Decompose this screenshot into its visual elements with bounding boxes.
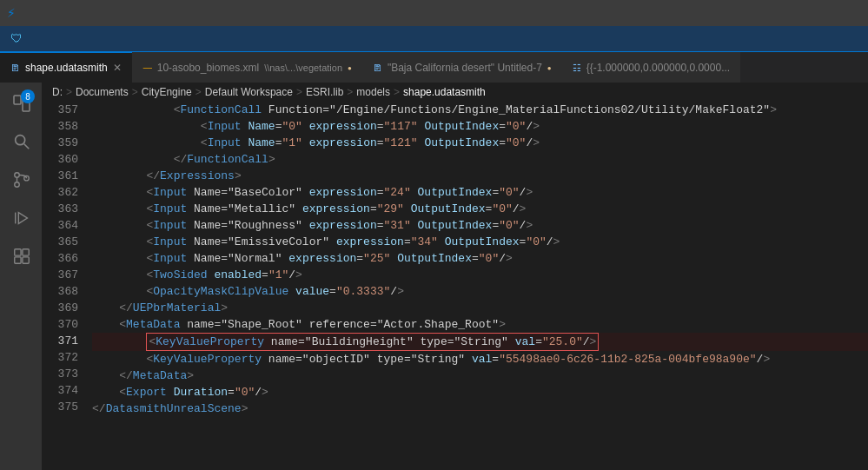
- tab-modified-dot: ●: [348, 64, 352, 72]
- menu-help[interactable]: [134, 10, 148, 17]
- breadcrumb-part: Documents: [76, 86, 129, 98]
- code-line: <Input Name="BaseColor" expression="24" …: [92, 184, 868, 201]
- menu-file[interactable]: [24, 10, 38, 17]
- tab-file-icon: 🖹: [373, 63, 382, 73]
- code-line: <TwoSided enabled="1"/>: [92, 267, 868, 283]
- shield-icon: 🛡: [10, 32, 23, 46]
- main-layout: 8: [0, 83, 868, 470]
- breadcrumb: D: > Documents > CityEngine > Default Wo…: [42, 83, 868, 102]
- code-line: <KeyValueProperty name="BuildingHeight" …: [92, 333, 868, 351]
- svg-rect-0: [14, 96, 21, 104]
- tab-xml-icon: ⸻: [142, 63, 152, 73]
- source-control-icon[interactable]: [3, 162, 38, 197]
- svg-marker-7: [18, 213, 27, 224]
- tab-label: shape.udatasmith: [25, 62, 108, 74]
- menu-run[interactable]: [103, 10, 116, 17]
- tab-biomes-xml[interactable]: ⸻ 10-asobo_biomes.xml \\nas\...\vegetati…: [132, 52, 362, 83]
- tab-label: {{-1.000000,0.000000,0.0000...: [586, 62, 731, 74]
- svg-point-2: [16, 136, 25, 145]
- svg-rect-10: [23, 249, 29, 255]
- code-content[interactable]: <FunctionCall Function="/Engine/Function…: [85, 102, 868, 470]
- code-line: <Input Name="Normal" expression="25" Out…: [92, 250, 868, 267]
- code-line: <FunctionCall Function="/Engine/Function…: [92, 102, 868, 118]
- code-editor[interactable]: 3573583593603613623633643653663673683693…: [42, 102, 868, 470]
- code-line: <Input Name="Metallic" expression="29" O…: [92, 201, 868, 217]
- code-line: </DatasmithUnrealScene>: [92, 400, 868, 417]
- code-line: <OpacityMaskClipValue value="0.3333"/>: [92, 283, 868, 300]
- menu-view[interactable]: [71, 10, 85, 17]
- menu-go[interactable]: [87, 10, 101, 17]
- code-line: </UEPbrMaterial>: [92, 300, 868, 316]
- svg-line-3: [24, 144, 30, 149]
- extensions-icon[interactable]: [3, 239, 38, 274]
- menu-edit[interactable]: [40, 10, 54, 17]
- activity-bar: 8: [0, 83, 42, 470]
- title-bar: ⚡: [0, 0, 868, 26]
- explorer-badge: 8: [21, 89, 35, 103]
- line-numbers: 3573583593603613623633643653663673683693…: [42, 102, 85, 470]
- code-line: <Input Name="Roughness" expression="31" …: [92, 217, 868, 234]
- tab-bar: 🖹 shape.udatasmith ✕ ⸻ 10-asobo_biomes.x…: [0, 52, 868, 83]
- breadcrumb-part: Default Workspace: [205, 86, 293, 98]
- code-line: <MetaData name="Shape_Root" reference="A…: [92, 316, 868, 333]
- tab-file-icon: 🖹: [10, 63, 20, 73]
- highlighted-line: <KeyValueProperty name="BuildingHeight" …: [146, 333, 599, 351]
- tab-label: "Baja California desert" Untitled-7: [388, 62, 542, 74]
- code-line: <Input Name="1" expression="121" OutputI…: [92, 135, 868, 151]
- tab-file-icon: ☷: [573, 63, 581, 74]
- breadcrumb-part: D:: [52, 86, 63, 98]
- svg-point-5: [15, 182, 20, 188]
- menu-bar: [24, 10, 148, 17]
- vscode-logo: ⚡: [7, 4, 16, 22]
- code-line: <Export Duration="0"/>: [92, 384, 868, 400]
- breadcrumb-current: shape.udatasmith: [403, 86, 486, 98]
- code-line: <Input Name="EmissiveColor" expression="…: [92, 234, 868, 250]
- run-icon[interactable]: [3, 201, 38, 235]
- restricted-mode-banner: 🛡: [0, 26, 868, 52]
- svg-rect-12: [23, 257, 29, 263]
- code-line: <Input Name="0" expression="117" OutputI…: [92, 118, 868, 135]
- tab-modified-dot: ●: [547, 64, 552, 72]
- menu-selection[interactable]: [56, 10, 70, 17]
- tab-baja-california[interactable]: 🖹 "Baja California desert" Untitled-7 ●: [362, 52, 562, 83]
- tab-label: 10-asobo_biomes.xml: [157, 62, 259, 74]
- tab-path: \\nas\...\vegetation: [264, 63, 342, 73]
- explorer-icon[interactable]: 8: [3, 86, 38, 121]
- code-line: <KeyValueProperty name="objectID" type="…: [92, 351, 868, 367]
- code-line: </MetaData>: [92, 367, 868, 384]
- breadcrumb-part: ESRI.lib: [306, 86, 343, 98]
- breadcrumb-part: CityEngine: [142, 86, 192, 98]
- svg-rect-11: [15, 257, 21, 263]
- editor-area: D: > Documents > CityEngine > Default Wo…: [42, 83, 868, 470]
- tab-shape-udatasmith[interactable]: 🖹 shape.udatasmith ✕: [0, 52, 132, 83]
- search-icon[interactable]: [3, 124, 38, 159]
- code-line: </FunctionCall>: [92, 151, 868, 168]
- code-line: </Expressions>: [92, 168, 868, 184]
- tab-coordinates[interactable]: ☷ {{-1.000000,0.000000,0.0000...: [562, 52, 741, 83]
- menu-terminal[interactable]: [118, 10, 132, 17]
- svg-point-4: [15, 173, 20, 178]
- tab-close-button[interactable]: ✕: [113, 62, 122, 74]
- svg-rect-9: [15, 249, 21, 255]
- breadcrumb-part: models: [356, 86, 390, 98]
